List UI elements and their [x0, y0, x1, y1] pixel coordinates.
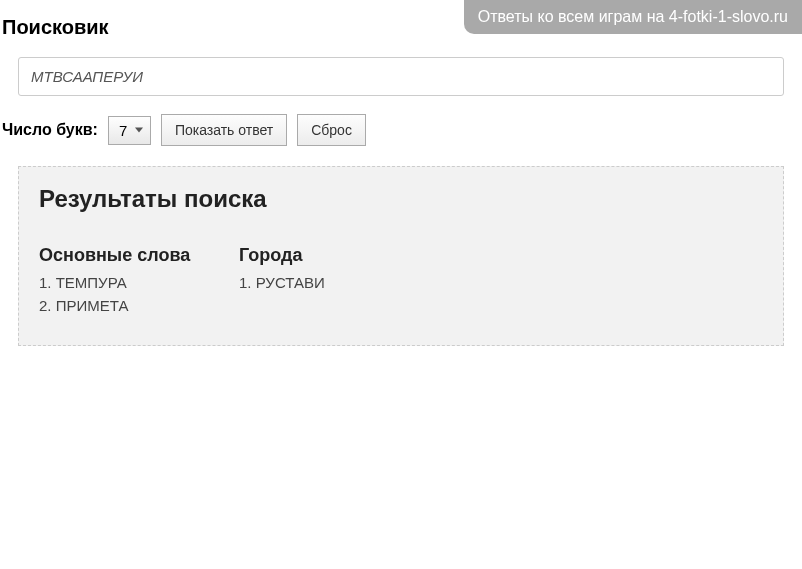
column-heading: Основные слова [39, 245, 209, 266]
letter-count-select-wrap: 7 [108, 116, 151, 145]
result-item: 2. ПРИМЕТА [39, 295, 209, 318]
results-column-cities: Города 1. РУСТАВИ [239, 245, 409, 317]
result-item: 1. РУСТАВИ [239, 272, 409, 295]
reset-button[interactable]: Сброс [297, 114, 366, 146]
results-columns: Основные слова 1. ТЕМПУРА 2. ПРИМЕТА Гор… [39, 245, 763, 317]
results-column-main: Основные слова 1. ТЕМПУРА 2. ПРИМЕТА [39, 245, 209, 317]
controls-row: Число букв: 7 Показать ответ Сброс [0, 114, 784, 146]
letter-count-select[interactable]: 7 [108, 116, 151, 145]
result-item: 1. ТЕМПУРА [39, 272, 209, 295]
show-answer-button[interactable]: Показать ответ [161, 114, 287, 146]
site-banner: Ответы ко всем играм на 4-fotki-1-slovo.… [464, 0, 802, 34]
column-heading: Города [239, 245, 409, 266]
main-content: Число букв: 7 Показать ответ Сброс Резул… [0, 47, 802, 356]
letter-count-label: Число букв: [2, 121, 98, 139]
results-title: Результаты поиска [39, 185, 763, 213]
results-panel: Результаты поиска Основные слова 1. ТЕМП… [18, 166, 784, 346]
letters-input[interactable] [18, 57, 784, 96]
